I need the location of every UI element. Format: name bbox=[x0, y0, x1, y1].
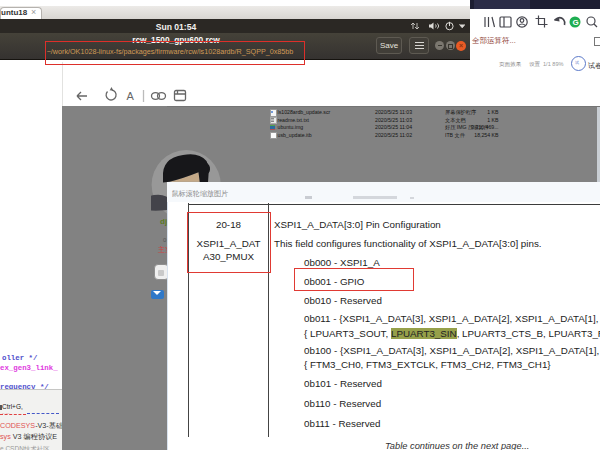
svg-text:G: G bbox=[573, 18, 579, 27]
svg-text:A: A bbox=[127, 90, 135, 102]
